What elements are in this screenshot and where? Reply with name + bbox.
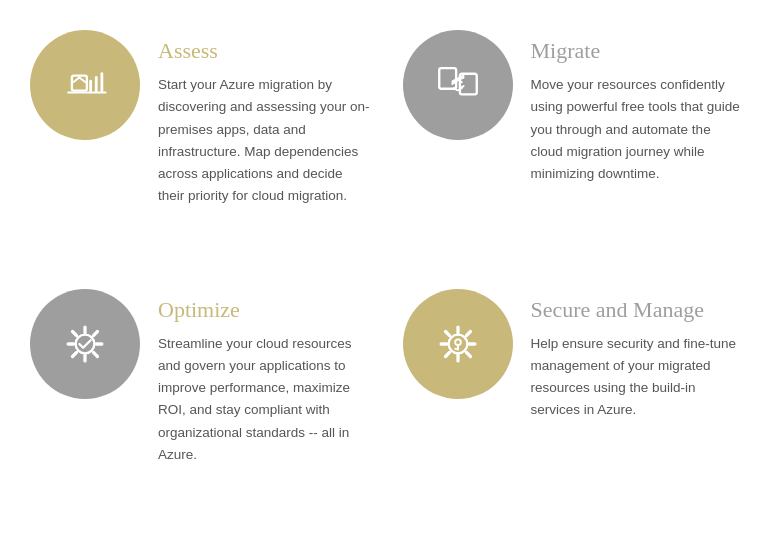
optimize-icon	[55, 314, 115, 374]
migrate-title: Migrate	[531, 38, 746, 64]
svg-line-16	[93, 331, 97, 335]
assess-body: Start your Azure migration by discoverin…	[158, 74, 373, 208]
svg-line-25	[466, 331, 470, 335]
optimize-body: Streamline your cloud resources and gove…	[158, 333, 373, 467]
card-secure: Secure and Manage Help ensure security a…	[393, 279, 756, 518]
migrate-body: Move your resources confidently using po…	[531, 74, 746, 185]
svg-rect-6	[439, 68, 456, 89]
secure-content: Secure and Manage Help ensure security a…	[531, 289, 746, 422]
assess-content: Assess Start your Azure migration by dis…	[158, 30, 373, 208]
migrate-content: Migrate Move your resources confidently …	[531, 30, 746, 185]
secure-title: Secure and Manage	[531, 297, 746, 323]
assess-icon	[55, 55, 115, 115]
secure-body: Help ensure security and fine-tune manag…	[531, 333, 746, 422]
migrate-icon	[428, 55, 488, 115]
card-optimize: Optimize Streamline your cloud resources…	[20, 279, 383, 518]
secure-icon	[428, 314, 488, 374]
svg-line-17	[73, 352, 77, 356]
svg-line-15	[93, 352, 97, 356]
main-container: Assess Start your Azure migration by dis…	[0, 0, 775, 537]
optimize-title: Optimize	[158, 297, 373, 323]
optimize-icon-circle	[30, 289, 140, 399]
svg-line-24	[466, 352, 470, 356]
card-assess: Assess Start your Azure migration by dis…	[20, 20, 383, 259]
svg-line-14	[73, 331, 77, 335]
secure-icon-circle	[403, 289, 513, 399]
card-migrate: Migrate Move your resources confidently …	[393, 20, 756, 259]
svg-line-23	[445, 331, 449, 335]
optimize-content: Optimize Streamline your cloud resources…	[158, 289, 373, 467]
assess-icon-circle	[30, 30, 140, 140]
svg-line-26	[445, 352, 449, 356]
assess-title: Assess	[158, 38, 373, 64]
migrate-icon-circle	[403, 30, 513, 140]
